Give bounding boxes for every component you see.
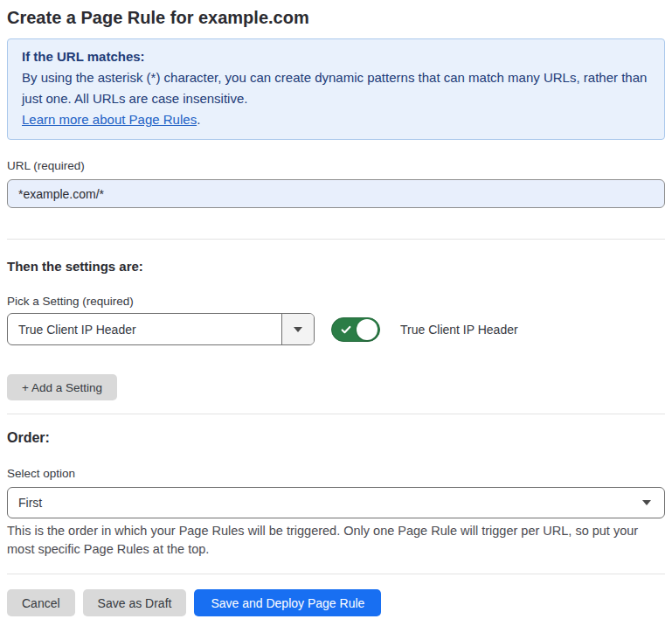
order-select[interactable]: First xyxy=(7,487,665,518)
footer-actions: Cancel Save as Draft Save and Deploy Pag… xyxy=(7,589,665,616)
toggle-label: True Client IP Header xyxy=(400,323,518,337)
settings-section-heading: Then the settings are: xyxy=(7,258,665,275)
url-match-info-box: If the URL matches: By using the asteris… xyxy=(7,38,665,140)
chevron-down-icon xyxy=(294,327,302,332)
save-deploy-button[interactable]: Save and Deploy Page Rule xyxy=(194,589,381,616)
info-box-body-text: By using the asterisk (*) character, you… xyxy=(22,70,647,106)
link-period: . xyxy=(197,112,200,127)
setting-select[interactable]: True Client IP Header xyxy=(7,313,315,345)
divider xyxy=(7,574,665,574)
chevron-down-icon xyxy=(642,500,651,505)
order-section-heading: Order: xyxy=(7,428,665,448)
divider xyxy=(7,239,665,240)
setting-select-value: True Client IP Header xyxy=(8,314,281,344)
cancel-button[interactable]: Cancel xyxy=(7,589,75,616)
order-select-value: First xyxy=(8,488,642,518)
info-box-heading: If the URL matches: xyxy=(22,46,650,67)
divider xyxy=(7,414,665,414)
create-page-rule-form: Create a Page Rule for example.com If th… xyxy=(0,0,672,616)
save-draft-button[interactable]: Save as Draft xyxy=(83,589,187,616)
info-box-body: By using the asterisk (*) character, you… xyxy=(22,67,650,109)
learn-more-link[interactable]: Learn more about Page Rules xyxy=(22,112,197,127)
order-help-text: This is the order in which your Page Rul… xyxy=(7,522,654,559)
url-field-label: URL (required) xyxy=(7,158,665,173)
true-client-ip-toggle[interactable] xyxy=(331,317,380,342)
order-select-label: Select option xyxy=(7,466,665,481)
order-select-caret-wrap xyxy=(642,488,664,518)
info-box-link-line: Learn more about Page Rules. xyxy=(22,109,650,130)
url-input[interactable] xyxy=(7,179,665,208)
setting-select-arrow-button[interactable] xyxy=(281,314,314,344)
checkmark-icon xyxy=(340,323,352,336)
add-setting-button[interactable]: + Add a Setting xyxy=(7,374,117,400)
page-title: Create a Page Rule for example.com xyxy=(7,5,665,30)
setting-row: True Client IP Header True Client IP Hea… xyxy=(7,313,665,345)
toggle-knob xyxy=(357,319,378,340)
pick-setting-label: Pick a Setting (required) xyxy=(7,294,665,309)
